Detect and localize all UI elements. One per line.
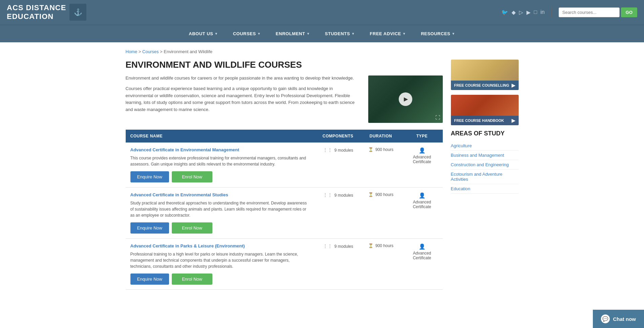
course-description: Professional training to a high level fo… [130, 251, 311, 269]
youtube-icon[interactable]: ▶ [526, 9, 531, 16]
type-value: Advanced Certificate [413, 251, 431, 260]
duration-value: 900 hours [375, 243, 393, 248]
nav-item-students[interactable]: STUDENTS ▼ [317, 25, 362, 42]
enquire-button[interactable]: Enquire Now [130, 274, 169, 285]
course-description: Study practical and theoretical approach… [130, 200, 311, 218]
enrol-button[interactable]: Enrol Now [172, 222, 212, 234]
arrow-icon: ▶ [512, 83, 515, 88]
linkedin-icon[interactable]: in [540, 9, 544, 16]
table-row: Advanced Certificate in Environmental St… [126, 187, 443, 238]
vimeo-icon[interactable]: ▷ [519, 9, 523, 16]
breadcrumb-home[interactable]: Home [126, 49, 138, 54]
handbook-image: FREE COURSE HANDBOOK ▶ [451, 95, 519, 125]
expand-icon[interactable]: ⛶ [435, 115, 440, 120]
page-title: ENVIRONMENT AND WILDLIFE COURSES [126, 60, 443, 70]
divider [552, 7, 552, 17]
areas-list: AgricultureBusiness and ManagementConstr… [451, 141, 519, 194]
handbook-label: FREE COURSE HANDBOOK ▶ [451, 116, 519, 125]
handbook-card[interactable]: FREE COURSE HANDBOOK ▶ [451, 95, 519, 125]
breadcrumb-courses[interactable]: Courses [142, 49, 159, 54]
table-row: Advanced Certificate in Environmental Ma… [126, 143, 443, 188]
logo-text: ACS DISTANCE EDUCATION [7, 3, 66, 21]
chevron-down-icon: ▼ [257, 32, 261, 36]
type-value: Advanced Certificate [413, 200, 431, 209]
duration-value: 900 hours [375, 147, 393, 152]
th-components: COMPONENTS [316, 130, 360, 143]
logo-area: ACS DISTANCE EDUCATION ⚓ [7, 3, 86, 21]
counselling-card[interactable]: FREE COURSE COUNSELLING ▶ [451, 60, 519, 90]
course-name-cell: Advanced Certificate in Environmental Ma… [126, 143, 316, 188]
modules-value: 9 modules [334, 193, 353, 198]
enrol-button[interactable]: Enrol Now [172, 274, 212, 285]
search-area: GO [559, 7, 637, 17]
nav-bar: ABOUT US ▼ COURSES ▼ ENROLMENT ▼ STUDENT… [0, 25, 644, 42]
area-item[interactable]: Construction and Engineering [451, 160, 519, 170]
nav-item-enrolment[interactable]: ENROLMENT ▼ [268, 25, 317, 42]
instagram-icon[interactable]: □ [534, 9, 537, 16]
modules-value: 9 modules [334, 244, 353, 249]
chevron-down-icon: ▼ [452, 32, 455, 36]
course-link[interactable]: Advanced Certificate in Environmental Ma… [130, 147, 311, 152]
chevron-down-icon: ▼ [214, 32, 218, 36]
course-actions: Enquire Now Enrol Now [130, 222, 311, 234]
duration-cell: ⏳ 900 hours [360, 187, 401, 238]
course-link[interactable]: Advanced Certificate in Parks & Leisure … [130, 243, 311, 248]
counselling-image: FREE COURSE COUNSELLING ▶ [451, 60, 519, 90]
enquire-button[interactable]: Enquire Now [130, 171, 169, 182]
th-course-name: COURSE NAME [126, 130, 316, 143]
area-item[interactable]: Ecotourism and Adventure Activities [451, 170, 519, 184]
logo-icon: ⚓ [69, 4, 86, 21]
arrow-icon: ▶ [512, 118, 515, 123]
nav-item-resources[interactable]: RESOURCES ▼ [413, 25, 462, 42]
enquire-button[interactable]: Enquire Now [130, 222, 169, 234]
course-actions: Enquire Now Enrol Now [130, 274, 311, 285]
chevron-down-icon: ▼ [402, 32, 406, 36]
area-item[interactable]: Agriculture [451, 141, 519, 151]
video-thumbnail[interactable]: ▶ ⛶ [368, 75, 443, 123]
go-button[interactable]: GO [621, 7, 637, 17]
area-item[interactable]: Business and Management [451, 151, 519, 160]
intro-paragraph-1: Environment and wildlife courses for car… [126, 75, 360, 81]
header-right: 🐦 ◆ ▷ ▶ □ in GO [501, 7, 637, 17]
area-item[interactable]: Education [451, 184, 519, 194]
course-table: COURSE NAME COMPONENTS DURATION TYPE Adv… [126, 130, 443, 290]
intro-section: Environment and wildlife courses for car… [126, 75, 443, 123]
duration-cell: ⏳ 900 hours [360, 143, 401, 188]
course-name-cell: Advanced Certificate in Parks & Leisure … [126, 238, 316, 289]
main-container: Home > Courses > Environment and Wildlif… [119, 42, 525, 297]
chevron-down-icon: ▼ [307, 32, 310, 36]
counselling-label: FREE COURSE COUNSELLING ▶ [451, 81, 519, 90]
th-type: TYPE [401, 130, 443, 143]
nav-item-free-advice[interactable]: FREE ADVICE ▼ [362, 25, 414, 42]
search-input[interactable] [559, 7, 620, 17]
modules-icon: ⋮⋮ [323, 147, 332, 153]
type-icon: 👤 [406, 147, 438, 154]
components-cell: ⋮⋮ 9 modules [316, 187, 360, 238]
duration-cell: ⏳ 900 hours [360, 238, 401, 289]
duration-value: 900 hours [375, 192, 393, 197]
components-cell: ⋮⋮ 9 modules [316, 143, 360, 188]
play-button[interactable]: ▶ [399, 92, 412, 106]
clock-icon: ⏳ [368, 243, 373, 248]
type-icon: 👤 [406, 243, 438, 250]
enrol-button[interactable]: Enrol Now [172, 171, 212, 182]
sidebar: FREE COURSE COUNSELLING ▶ FREE COURSE HA… [451, 60, 519, 290]
nav-item-courses[interactable]: COURSES ▼ [226, 25, 268, 42]
pinterest-icon[interactable]: ◆ [512, 9, 516, 16]
nav-item-about[interactable]: ABOUT US ▼ [181, 25, 225, 42]
facebook-icon[interactable]: 🐦 [501, 9, 508, 16]
header: ACS DISTANCE EDUCATION ⚓ 🐦 ◆ ▷ ▶ □ in GO [0, 0, 644, 25]
type-value: Advanced Certificate [413, 155, 431, 164]
course-link[interactable]: Advanced Certificate in Environmental St… [130, 192, 311, 197]
breadcrumb: Home > Courses > Environment and Wildlif… [126, 49, 519, 54]
chevron-down-icon: ▼ [351, 32, 355, 36]
type-cell: 👤 Advanced Certificate [401, 187, 443, 238]
breadcrumb-current: Environment and Wildlife [164, 49, 212, 54]
type-cell: 👤 Advanced Certificate [401, 238, 443, 289]
content-layout: ENVIRONMENT AND WILDLIFE COURSES Environ… [126, 60, 519, 290]
type-icon: 👤 [406, 192, 438, 199]
clock-icon: ⏳ [368, 192, 373, 197]
areas-title: AREAS OF STUDY [451, 130, 519, 137]
type-cell: 👤 Advanced Certificate [401, 143, 443, 188]
content-main: ENVIRONMENT AND WILDLIFE COURSES Environ… [126, 60, 443, 290]
